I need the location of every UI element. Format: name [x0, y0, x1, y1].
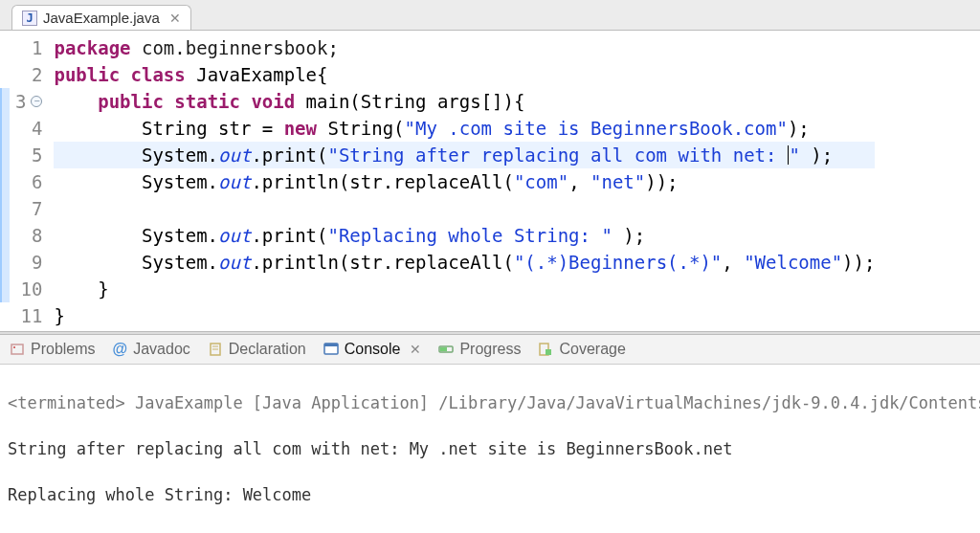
tab-coverage[interactable]: Coverage: [538, 341, 625, 358]
line-number: 5: [32, 142, 42, 168]
close-icon[interactable]: ✕: [410, 342, 421, 357]
code-line: public static void main(String args[]){: [54, 88, 875, 115]
code-line-active: System.out.print("String after replacing…: [54, 142, 875, 168]
svg-rect-8: [440, 347, 447, 351]
line-number: 6: [32, 168, 42, 195]
declaration-icon: [208, 342, 223, 357]
progress-icon: [438, 342, 454, 357]
code-line: System.out.print("Replacing whole String…: [54, 222, 875, 249]
fold-band: [0, 34, 10, 329]
editor-tab[interactable]: J JavaExample.java ✕: [11, 5, 191, 30]
line-number: 1: [32, 34, 42, 61]
javadoc-icon: @: [113, 341, 128, 358]
code-area[interactable]: package com.beginnersbook; public class …: [50, 34, 875, 329]
tab-label: Javadoc: [133, 341, 190, 358]
tab-label: Coverage: [559, 341, 625, 358]
code-line: System.out.println(str.replaceAll("com",…: [54, 168, 875, 195]
problems-icon: [10, 342, 25, 357]
console-header: <terminated> JavaExample [Java Applicati…: [8, 391, 972, 414]
tab-progress[interactable]: Progress: [438, 341, 521, 358]
editor-tab-bar: J JavaExample.java ✕: [0, 0, 980, 31]
close-icon[interactable]: ✕: [169, 11, 181, 26]
tab-javadoc[interactable]: @ Javadoc: [113, 341, 190, 358]
console-line: Replacing whole String: Welcome: [8, 483, 972, 506]
line-number: 11: [21, 302, 43, 329]
code-line: [54, 195, 875, 222]
line-number: 7: [32, 195, 42, 222]
svg-rect-6: [324, 344, 338, 346]
code-line: String str = new String("My .com site is…: [54, 115, 875, 142]
java-file-icon: J: [22, 11, 37, 26]
code-line: }: [54, 302, 875, 329]
tab-label: Console: [345, 341, 401, 358]
code-line: System.out.println(str.replaceAll("(.*)B…: [54, 249, 875, 276]
code-line: public class JavaExample{: [54, 61, 875, 88]
svg-rect-10: [546, 349, 551, 355]
fold-toggle-icon[interactable]: −: [31, 96, 42, 107]
tab-problems[interactable]: Problems: [10, 341, 96, 358]
console-icon: [323, 342, 339, 357]
editor-tab-filename: JavaExample.java: [43, 10, 160, 26]
svg-rect-0: [11, 344, 23, 354]
line-number: 9: [32, 249, 42, 276]
line-number: 10: [21, 276, 43, 302]
tab-declaration[interactable]: Declaration: [208, 341, 306, 358]
tab-console[interactable]: Console ✕: [323, 341, 422, 358]
coverage-icon: [538, 342, 553, 357]
tab-label: Declaration: [229, 341, 306, 358]
bottom-tab-bar: Problems @ Javadoc Declaration Console ✕…: [0, 335, 980, 365]
code-line: package com.beginnersbook;: [54, 34, 875, 61]
console-line: String after replacing all com with net:…: [8, 437, 972, 460]
console-output[interactable]: <terminated> JavaExample [Java Applicati…: [0, 365, 980, 533]
line-number: 2: [32, 61, 42, 88]
tab-label: Problems: [31, 341, 96, 358]
line-number: 8: [32, 222, 42, 249]
tab-label: Progress: [459, 341, 521, 358]
line-number-gutter: 1 2 3− 4 5 6 7 8 9 10 11: [10, 34, 50, 329]
line-number: 4: [32, 115, 42, 142]
svg-point-1: [13, 346, 15, 348]
code-editor[interactable]: 1 2 3− 4 5 6 7 8 9 10 11 package com.beg…: [0, 31, 980, 329]
line-number: 3: [15, 88, 26, 115]
code-line: }: [54, 276, 875, 302]
